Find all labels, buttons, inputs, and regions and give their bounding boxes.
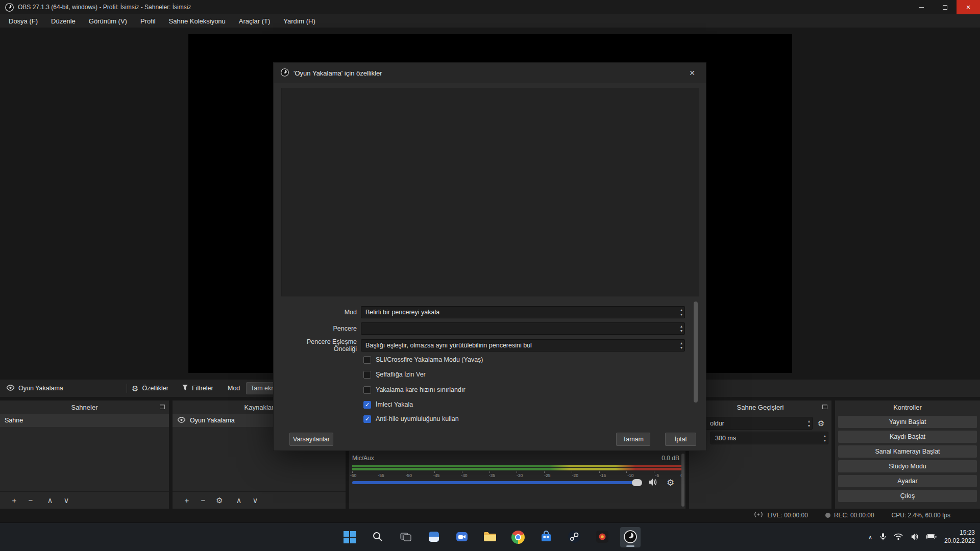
window-combobox[interactable]: ▴▾: [361, 322, 685, 335]
check-icon: ✓: [365, 402, 370, 408]
system-tray: ∧ 15:23 20.02.2022: [868, 523, 975, 551]
selected-source-label: Oyun Yakalama: [6, 380, 63, 397]
spinner-up-icon[interactable]: ▴: [680, 341, 682, 345]
checkbox-row-transparency: Şeffaflığa İzin Ver: [363, 370, 426, 379]
checkbox-label: SLI/Crossfire Yakalama Modu (Yavaş): [376, 356, 483, 363]
match-priority-combobox[interactable]: Başlığı eşleştir, olmazsa aynı yürütüleb…: [361, 339, 685, 352]
spinner-down-icon[interactable]: ▾: [680, 345, 682, 350]
remove-scene-button[interactable]: −: [22, 496, 39, 505]
add-scene-button[interactable]: +: [6, 496, 22, 505]
checkbox-limit-framerate[interactable]: [363, 386, 371, 394]
volume-slider-handle[interactable]: [632, 479, 642, 486]
transition-properties-button[interactable]: ⚙: [818, 419, 824, 428]
spinner-down-icon[interactable]: ▾: [808, 423, 810, 428]
start-button[interactable]: [339, 527, 360, 547]
settings-button[interactable]: Ayarlar: [838, 475, 977, 487]
chrome-button[interactable]: [508, 527, 528, 547]
speaker-icon[interactable]: [648, 478, 657, 486]
microsoft-store-button[interactable]: [536, 527, 556, 547]
scenes-toolbar: + − ∧ ∨: [0, 491, 169, 509]
checkbox-sli-crossfire[interactable]: [363, 356, 371, 364]
add-source-button[interactable]: +: [179, 496, 195, 505]
spinner-up-icon[interactable]: ▴: [680, 324, 682, 329]
transition-combobox[interactable]: oldur ▴ ▾: [693, 417, 813, 430]
volume-slider[interactable]: [352, 481, 636, 484]
exit-button[interactable]: Çıkış: [838, 490, 977, 502]
menu-item-duzenle[interactable]: Düzenle: [44, 14, 82, 28]
media-app-button[interactable]: [592, 527, 612, 547]
menu-item-gorunum[interactable]: Görünüm (V): [82, 14, 134, 28]
obs-taskbar-button[interactable]: [620, 527, 641, 547]
spinner-down-icon[interactable]: ▾: [680, 312, 682, 317]
move-source-down-button[interactable]: ∨: [247, 496, 263, 505]
wifi-icon[interactable]: [894, 533, 903, 542]
teams-chat-button[interactable]: [452, 527, 472, 547]
scene-list-item[interactable]: Sahne: [0, 414, 169, 427]
spinner-icons[interactable]: ▴ ▾: [808, 419, 810, 428]
file-explorer-button[interactable]: [480, 527, 500, 547]
controls-dock: Kontroller Yayını Başlat Kaydı Başlat Sa…: [835, 400, 980, 509]
move-source-up-button[interactable]: ∧: [231, 496, 247, 505]
move-scene-down-button[interactable]: ∨: [58, 496, 75, 505]
spinner-icons[interactable]: ▴ ▾: [824, 434, 826, 443]
studio-mode-button[interactable]: Stüdyo Modu: [838, 460, 977, 472]
start-recording-button[interactable]: Kaydı Başlat: [838, 431, 977, 443]
mode-label: Mod: [228, 380, 240, 397]
spinner-down-icon[interactable]: ▾: [824, 438, 826, 443]
scenes-dock-header: Sahneler: [0, 400, 169, 414]
cancel-button[interactable]: İptal: [665, 433, 696, 446]
task-view-button[interactable]: [396, 527, 416, 547]
steam-button[interactable]: [564, 527, 584, 547]
checkbox-row-capture-cursor: ✓ İmleci Yakala: [363, 400, 413, 409]
spinner-up-icon[interactable]: ▴: [824, 434, 826, 438]
mixer-settings-button[interactable]: ⚙: [667, 478, 674, 488]
mixer-scrollbar[interactable]: [681, 454, 684, 507]
minimize-button[interactable]: [910, 0, 933, 14]
search-button[interactable]: [368, 527, 388, 547]
dialog-close-button[interactable]: ✕: [685, 69, 699, 77]
dialog-scrollbar[interactable]: [694, 302, 698, 403]
ok-button[interactable]: Tamam: [616, 433, 650, 446]
tray-date: 20.02.2022: [944, 537, 975, 545]
close-icon: ✕: [966, 4, 970, 11]
source-properties-button[interactable]: ⚙: [211, 496, 228, 505]
gear-icon: ⚙: [132, 385, 138, 392]
close-button[interactable]: ✕: [957, 0, 980, 14]
mic-icon[interactable]: [880, 533, 886, 542]
volume-icon[interactable]: [911, 533, 919, 542]
menu-item-araclar[interactable]: Araçlar (T): [232, 14, 277, 28]
task-view-icon: [400, 531, 412, 544]
properties-button[interactable]: ⚙ Özellikler: [132, 380, 168, 397]
spinner-down-icon[interactable]: ▾: [680, 329, 682, 333]
menu-item-profil[interactable]: Profil: [134, 14, 162, 28]
float-dock-icon[interactable]: [822, 405, 827, 409]
clock[interactable]: 15:23 20.02.2022: [944, 529, 975, 545]
scenes-dock: Sahneler Sahne + − ∧ ∨: [0, 400, 169, 509]
spinner-up-icon[interactable]: ▴: [808, 419, 810, 423]
move-scene-up-button[interactable]: ∧: [42, 496, 58, 505]
start-streaming-button[interactable]: Yayını Başlat: [838, 416, 977, 428]
defaults-button[interactable]: Varsayılanlar: [289, 433, 333, 446]
battery-icon[interactable]: [926, 534, 937, 541]
obs-logo-icon: [281, 68, 289, 78]
windows-logo-icon: [344, 531, 356, 543]
eye-icon[interactable]: [6, 385, 15, 392]
float-dock-icon[interactable]: [160, 405, 165, 409]
checkbox-anticheat-compat[interactable]: ✓: [363, 415, 371, 423]
tray-chevron-icon[interactable]: ∧: [868, 534, 872, 541]
remove-source-button[interactable]: −: [195, 496, 211, 505]
start-virtual-camera-button[interactable]: Sanal Kamerayı Başlat: [838, 445, 977, 458]
eye-icon[interactable]: [177, 417, 186, 424]
filters-button[interactable]: Filtreler: [182, 380, 213, 397]
mode-combobox[interactable]: Belirli bir pencereyi yakala ▴▾: [361, 306, 685, 318]
checkbox-capture-cursor[interactable]: ✓: [363, 401, 371, 409]
menu-item-yardim[interactable]: Yardım (H): [277, 14, 322, 28]
maximize-button[interactable]: [933, 0, 957, 14]
spinner-up-icon[interactable]: ▴: [680, 308, 682, 312]
checkbox-allow-transparency[interactable]: [363, 371, 371, 379]
widgets-button[interactable]: [424, 527, 444, 547]
transition-duration-spinbox[interactable]: 300 ms ▴ ▾: [710, 432, 828, 444]
checkbox-label: Yakalama kare hızını sınırlandır: [376, 386, 465, 393]
menu-item-dosya[interactable]: Dosya (F): [2, 14, 44, 28]
menu-item-sahne-koleksiyonu[interactable]: Sahne Koleksiyonu: [162, 14, 232, 28]
